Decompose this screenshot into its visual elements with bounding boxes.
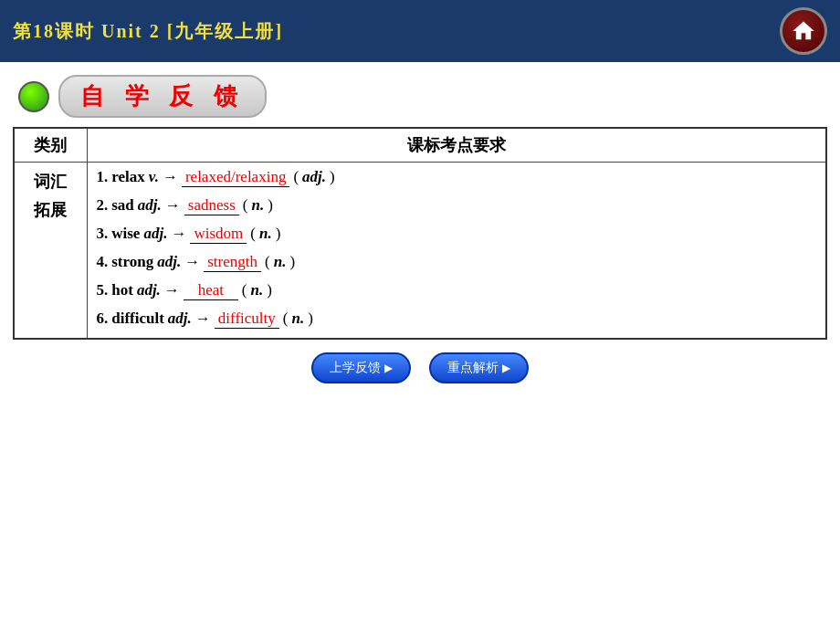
next-arrow-icon: ▶ [502, 362, 510, 375]
item-pos: adj. [168, 310, 192, 328]
item-result-pos: n. [274, 253, 287, 271]
item-result-pos: n. [259, 225, 272, 243]
item-paren-close: ) [289, 253, 295, 271]
item-paren-close: ) [268, 196, 273, 215]
item-num: 3. [97, 225, 109, 243]
prev-arrow-icon: ▶ [384, 362, 393, 375]
category-cell: 词汇拓展 [14, 163, 87, 340]
item-arrow: → [184, 253, 200, 271]
section-title: 自 学 反 馈 [58, 75, 267, 118]
item-paren-close: ) [308, 310, 313, 328]
item-pos: adj. [138, 196, 162, 215]
item-result-pos: n. [291, 310, 304, 328]
item-answer: strength [204, 253, 261, 272]
page-title: 第18课时 Unit 2 [九年级上册] [13, 19, 283, 44]
item-word: strong [111, 253, 153, 271]
item-result-pos: adj. [302, 168, 326, 186]
item-paren-close: ) [267, 281, 272, 299]
item-answer: difficulty [215, 310, 279, 329]
col-header-requirement: 课标考点要求 [87, 128, 826, 163]
item-num: 5. [97, 281, 109, 299]
item-paren-close: ) [330, 168, 335, 186]
item-paren-open: ( [250, 225, 256, 243]
item-word: relax [111, 168, 145, 186]
list-item: 5. hot adj. → heat (n.) [97, 281, 817, 300]
item-answer: wisdom [190, 225, 247, 244]
content-cell: 1. relax v. → relaxed/relaxing (adj.) 2.… [87, 163, 826, 340]
item-word: sad [111, 196, 134, 215]
item-result-pos: n. [251, 196, 264, 215]
item-num: 1. [97, 168, 109, 186]
prev-button[interactable]: 上学反馈 ▶ [311, 352, 411, 383]
item-answer: relaxed/relaxing [182, 168, 289, 187]
item-answer: sadness [184, 196, 239, 215]
prev-button-label: 上学反馈 [330, 360, 381, 376]
item-pos: v. [149, 168, 159, 186]
header: 第18课时 Unit 2 [九年级上册] [0, 0, 840, 62]
list-item: 3. wise adj. → wisdom (n.) [97, 225, 817, 244]
bottom-nav: 上学反馈 ▶ 重点解析 ▶ [0, 352, 840, 383]
item-paren-open: ( [243, 196, 248, 215]
list-item: 4. strong adj. → strength (n.) [97, 253, 817, 272]
main-table: 类别 课标考点要求 词汇拓展 1. relax v. → relaxed/rel… [13, 127, 827, 340]
col-header-category: 类别 [14, 128, 87, 163]
section-label-container: 自 学 反 馈 [18, 75, 822, 118]
green-circle-icon [18, 81, 49, 112]
item-paren-open: ( [242, 281, 247, 299]
item-arrow: → [195, 310, 211, 328]
list-item: 2. sad adj. → sadness (n.) [97, 196, 817, 215]
item-pos: adj. [143, 225, 167, 243]
item-paren-close: ) [276, 225, 281, 243]
item-result-pos: n. [251, 281, 264, 299]
item-paren-open: ( [293, 168, 299, 186]
list-item: 1. relax v. → relaxed/relaxing (adj.) [97, 168, 817, 187]
item-pos: adj. [157, 253, 181, 271]
item-arrow: → [171, 225, 186, 243]
item-arrow: → [164, 281, 180, 299]
next-button-label: 重点解析 [447, 360, 499, 376]
next-button[interactable]: 重点解析 ▶ [429, 352, 529, 383]
item-word: hot [111, 281, 133, 299]
item-pos: adj. [137, 281, 161, 299]
home-icon [791, 18, 816, 44]
item-arrow: → [165, 196, 181, 215]
item-paren-open: ( [265, 253, 270, 271]
home-button[interactable] [780, 7, 827, 55]
item-arrow: → [163, 168, 178, 186]
item-num: 2. [97, 196, 109, 215]
item-word: difficult [111, 310, 164, 328]
item-word: wise [111, 225, 140, 243]
item-num: 4. [97, 253, 109, 271]
item-paren-open: ( [283, 310, 289, 328]
item-answer: heat [184, 281, 238, 300]
item-num: 6. [97, 310, 109, 328]
list-item: 6. difficult adj. → difficulty (n.) [97, 310, 817, 329]
